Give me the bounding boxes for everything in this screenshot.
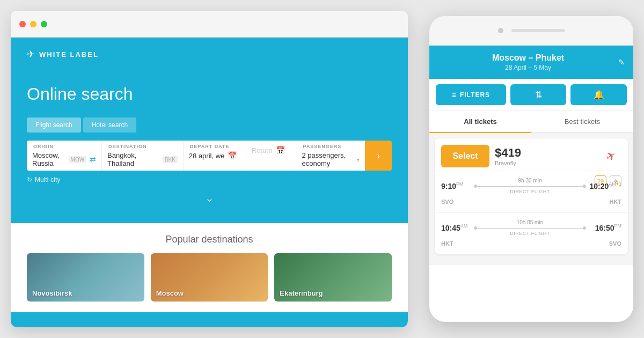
duration-1: 9h 30 min bbox=[518, 178, 542, 183]
airline-icon: ✈ bbox=[603, 148, 619, 165]
depart-date-field[interactable]: DEPART DATE 28 april, we 📅 bbox=[184, 141, 246, 171]
dest-label-ekaterinburg: Ekaterinburg bbox=[280, 289, 323, 297]
browser-dot-red[interactable] bbox=[19, 21, 26, 27]
select-button[interactable]: Select bbox=[441, 145, 489, 167]
return-calendar-icon: 📅 bbox=[276, 146, 285, 155]
filters-icon: ≡ bbox=[452, 91, 457, 99]
ticket-price: $419 bbox=[495, 146, 595, 160]
app-logo: ✈ WHITE LABEL bbox=[27, 48, 99, 60]
dest-card-novosibirsk[interactable]: Novosibirsk bbox=[27, 253, 144, 302]
return-value: Return 📅 bbox=[246, 145, 296, 158]
depart-value: 28 april, we 📅 bbox=[184, 150, 246, 163]
destination-code: BKK bbox=[163, 156, 178, 163]
calendar-icon: 📅 bbox=[228, 151, 237, 160]
ticket-segment-2: 10:45AM 10h 05 min DIRECT FLIGHT bbox=[435, 212, 628, 254]
passengers-label: PASSENGERS bbox=[296, 141, 365, 150]
origin-label: ORIGIN bbox=[27, 141, 101, 150]
origin-code: MOW bbox=[69, 156, 87, 163]
ticket-price-info: $419 Bravofly bbox=[495, 146, 595, 166]
route-title: Moscow – Phuket bbox=[438, 53, 618, 63]
mobile-phone: Moscow – Phuket 28 April – 5 May ✎ ≡ FIL… bbox=[429, 16, 633, 322]
scene: ✈ WHITE LABEL Online search Flight searc… bbox=[0, 0, 644, 338]
depart-time-2: 10:45AM bbox=[441, 223, 471, 232]
depart-label: DEPART DATE bbox=[184, 141, 246, 150]
destination-field[interactable]: DESTINATION Bangkok, Thailand BKK bbox=[102, 141, 184, 171]
ticket-segment-1: 29 ✈ 9:10PM 9h 30 min bbox=[435, 171, 628, 212]
filters-button[interactable]: ≡ FILTERS bbox=[436, 84, 506, 105]
from-airport-2: HKT bbox=[441, 240, 460, 247]
destination-label: DESTINATION bbox=[102, 141, 183, 150]
flight-line-1: 9h 30 min DIRECT FLIGHT bbox=[474, 178, 586, 194]
tab-all-tickets[interactable]: All tickets bbox=[429, 111, 531, 133]
desktop-browser: ✈ WHITE LABEL Online search Flight searc… bbox=[11, 11, 408, 327]
depart-time-1: 9:10PM bbox=[441, 181, 471, 190]
airport-row-1: SVO HKT bbox=[441, 196, 621, 207]
return-label bbox=[246, 141, 296, 145]
hero-section: Online search Flight search Hotel search… bbox=[11, 68, 408, 223]
flight-row-2: 10:45AM 10h 05 min DIRECT FLIGHT bbox=[441, 217, 621, 238]
tab-flight-search[interactable]: Flight search bbox=[27, 117, 81, 133]
popular-title: Popular destinations bbox=[27, 234, 392, 245]
to-airport-1: HKT bbox=[603, 199, 621, 205]
mobile-tabs: All tickets Best tickets bbox=[429, 111, 633, 133]
cabin-icon: ✈ bbox=[610, 175, 621, 187]
flight-line-2: 10h 05 min DIRECT FLIGHT bbox=[474, 219, 586, 236]
duration-2: 10h 05 min bbox=[517, 219, 543, 225]
bell-button[interactable]: 🔔 bbox=[570, 84, 627, 105]
logo-text: WHITE LABEL bbox=[39, 50, 99, 58]
tickets-list: Select $419 Bravofly ✈ 29 bbox=[429, 133, 633, 265]
swap-icon[interactable]: ⇄ bbox=[90, 155, 96, 164]
refresh-icon: ↻ bbox=[27, 176, 32, 183]
mobile-route: Moscow – Phuket 28 April – 5 May bbox=[438, 53, 618, 71]
flight-type-1: DIRECT FLIGHT bbox=[510, 189, 550, 194]
dest-card-ekaterinburg[interactable]: Ekaterinburg bbox=[274, 253, 392, 302]
phone-bar bbox=[511, 29, 565, 32]
passengers-value: 2 passengers, economy ▾ bbox=[296, 150, 365, 171]
sort-button[interactable]: ⇅ bbox=[510, 84, 567, 105]
phone-chrome bbox=[429, 16, 633, 46]
airline-logo: ✈ bbox=[600, 150, 621, 163]
search-form: ORIGIN Moscow, Russia MOW ⇄ DESTINATION … bbox=[27, 141, 392, 171]
browser-content: ✈ WHITE LABEL Online search Flight searc… bbox=[11, 38, 408, 327]
dest-label-novosibirsk: Novosibirsk bbox=[32, 289, 72, 297]
edit-button[interactable]: ✎ bbox=[618, 58, 625, 67]
multi-city-link[interactable]: ↻ Multi-city bbox=[27, 176, 392, 183]
browser-dot-yellow[interactable] bbox=[30, 21, 36, 27]
popular-section: Popular destinations Novosibirsk Moscow … bbox=[11, 223, 408, 312]
phone-camera bbox=[498, 28, 503, 33]
ticket-top: Select $419 Bravofly ✈ bbox=[435, 138, 628, 171]
chevron-down-icon[interactable]: ⌄ bbox=[27, 183, 392, 212]
mobile-filters: ≡ FILTERS ⇅ 🔔 bbox=[429, 79, 633, 111]
segment-icons-1: 29 ✈ bbox=[595, 175, 621, 187]
sort-icon: ⇅ bbox=[535, 90, 542, 99]
destination-value: Bangkok, Thailand BKK bbox=[102, 150, 183, 171]
origin-value: Moscow, Russia MOW ⇄ bbox=[27, 150, 101, 171]
search-tabs: Flight search Hotel search bbox=[27, 117, 392, 133]
route-dates: 28 April – 5 May bbox=[438, 64, 618, 71]
return-date-field[interactable]: Return 📅 bbox=[246, 141, 297, 171]
flight-type-2: DIRECT FLIGHT bbox=[510, 231, 550, 236]
hero-title: Online search bbox=[27, 84, 392, 104]
browser-dot-green[interactable] bbox=[41, 21, 47, 27]
dest-label-moscow: Moscow bbox=[156, 289, 184, 297]
app-header: ✈ WHITE LABEL bbox=[11, 38, 408, 68]
passengers-field[interactable]: PASSENGERS 2 passengers, economy ▾ bbox=[296, 141, 365, 171]
luggage-icon: 29 bbox=[595, 175, 606, 187]
origin-field[interactable]: ORIGIN Moscow, Russia MOW ⇄ bbox=[27, 141, 102, 171]
ticket-provider: Bravofly bbox=[495, 160, 595, 166]
plane-icon: ✈ bbox=[27, 48, 35, 60]
to-airport-2: SVO bbox=[603, 240, 621, 247]
airport-row-2: HKT SVO bbox=[441, 238, 621, 249]
from-airport-1: SVO bbox=[441, 199, 460, 205]
destination-cards: Novosibirsk Moscow Ekaterinburg bbox=[27, 253, 392, 302]
bell-icon: 🔔 bbox=[594, 90, 604, 99]
ticket-card: Select $419 Bravofly ✈ 29 bbox=[435, 138, 628, 254]
tab-hotel-search[interactable]: Hotel search bbox=[83, 117, 136, 133]
browser-chrome bbox=[11, 11, 408, 38]
dest-card-moscow[interactable]: Moscow bbox=[151, 253, 268, 302]
arrive-time-2: 16:50PM bbox=[589, 223, 621, 232]
tab-best-tickets[interactable]: Best tickets bbox=[531, 111, 633, 133]
mobile-header: Moscow – Phuket 28 April – 5 May ✎ bbox=[429, 46, 633, 79]
search-button[interactable]: › bbox=[365, 141, 392, 171]
phone-content: Moscow – Phuket 28 April – 5 May ✎ ≡ FIL… bbox=[429, 46, 633, 322]
